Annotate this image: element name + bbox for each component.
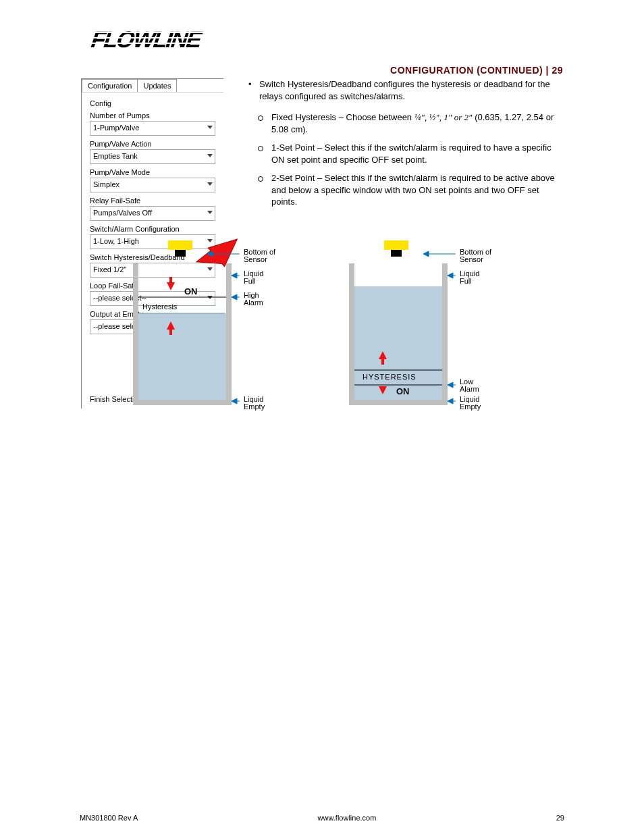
label-pump-valve-action: Pump/Valve Action (90, 140, 215, 148)
bullet-fixed: Fixed Hysteresis – Choose between ¼", ½"… (244, 109, 563, 139)
label-relay-fail-safe: Relay Fail-Safe (90, 197, 215, 205)
svg-marker-47 (448, 398, 453, 404)
logo-text: FLOWLINE (88, 27, 206, 52)
chevron-down-icon (207, 154, 213, 157)
diagram-high-alarm: ON Hysteresis Bottom ofSensor LiquidFul (126, 239, 302, 421)
svg-rect-9 (138, 313, 226, 400)
chevron-down-icon (207, 126, 213, 129)
select-pump-valve-action[interactable]: Empties Tank (90, 149, 215, 164)
svg-rect-15 (169, 330, 172, 335)
dglabel-high-alarm: HighAlarm (244, 292, 263, 307)
svg-rect-37 (381, 359, 384, 365)
chevron-down-icon (207, 182, 213, 186)
svg-rect-27 (391, 250, 402, 257)
bullet-set1: 1-Set Point – Select this if the switch/… (244, 139, 563, 170)
dglabel-bottom-of-sensor: Bottom ofSensor (244, 249, 275, 264)
label-pump-valve-mode: Pump/Valve Mode (90, 168, 215, 176)
bullet-main: Switch Hysteresis/Deadband configures th… (244, 78, 563, 109)
dglabel-low-alarm: LowAlarm (460, 378, 479, 394)
select-relay-fail-safe[interactable]: Pumps/Valves Off (90, 206, 215, 221)
chevron-down-icon (207, 211, 213, 214)
svg-rect-4 (168, 240, 192, 250)
footer-company: www.flowline.com (318, 814, 377, 822)
section-header-left: CONFIGURATION (CONTINUED) | 29 (0, 59, 644, 78)
dglabel-liquid-full: LiquidFull (244, 270, 263, 286)
svg-rect-28 (349, 263, 354, 405)
svg-rect-17 (169, 277, 172, 282)
svg-rect-5 (175, 250, 186, 257)
svg-marker-16 (167, 282, 175, 290)
svg-rect-6 (133, 263, 138, 405)
svg-rect-26 (384, 240, 408, 250)
svg-marker-43 (448, 273, 453, 278)
svg-text:HYSTERESIS: HYSTERESIS (363, 373, 417, 381)
label-number-of-pumps: Number of Pumps (90, 111, 215, 120)
select-number-of-pumps[interactable]: 1-Pump/Valve (90, 121, 215, 136)
tab-configuration[interactable]: Configuration (82, 79, 138, 92)
diagram-low-alarm: HYSTERESIS ON Bottom ofSensor LiquidFull… (342, 239, 518, 421)
svg-rect-30 (349, 400, 448, 405)
svg-marker-21 (232, 273, 237, 278)
footer-page: 29 (556, 814, 564, 822)
dglabel-liquid-full: LiquidFull (460, 270, 479, 286)
dglabel-bottom-of-sensor: Bottom ofSensor (460, 249, 491, 264)
dglabel-liquid-empty: LiquidEmpty (244, 396, 265, 411)
svg-marker-25 (232, 398, 237, 404)
label-switch-alarm-config: Switch/Alarm Configuration (90, 225, 215, 233)
svg-text:Hysteresis: Hysteresis (142, 303, 178, 311)
svg-rect-8 (133, 400, 232, 405)
svg-rect-31 (354, 286, 442, 400)
select-pump-valve-mode[interactable]: Simplex (90, 178, 215, 192)
brand-logo: FLOWLINE (81, 27, 284, 55)
description-text: Switch Hysteresis/Deadband configures th… (244, 78, 563, 212)
svg-marker-45 (448, 382, 453, 388)
svg-rect-39 (381, 386, 384, 392)
svg-rect-7 (226, 263, 232, 405)
svg-marker-19 (207, 251, 213, 257)
footer-doc-id: MN301800 Rev A (80, 814, 138, 822)
config-group-title: Config (90, 99, 215, 107)
svg-marker-41 (423, 251, 429, 257)
svg-text:ON: ON (396, 386, 410, 396)
bullet-set2: 2-Set Point – Select this if the switch/… (244, 170, 563, 212)
svg-rect-29 (442, 263, 448, 405)
tab-updates[interactable]: Updates (137, 79, 177, 92)
svg-marker-23 (232, 294, 237, 300)
svg-text:ON: ON (184, 286, 198, 296)
dglabel-liquid-empty: LiquidEmpty (460, 396, 481, 411)
